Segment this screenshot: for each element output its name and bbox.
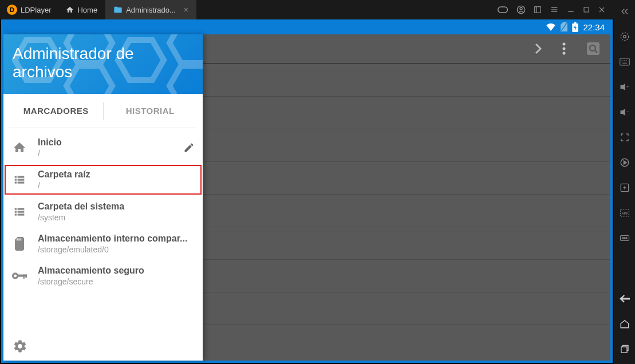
- svg-rect-27: [18, 208, 25, 209]
- titlebar: D LDPlayer Home Administrado... ×: [0, 0, 614, 19]
- svg-rect-24: [15, 181, 17, 183]
- svg-text:−: −: [626, 109, 629, 114]
- svg-rect-13: [574, 22, 577, 23]
- svg-point-47: [623, 35, 626, 38]
- svg-rect-34: [21, 238, 22, 240]
- svg-marker-55: [620, 109, 625, 116]
- file-row[interactable]: [203, 195, 610, 227]
- svg-rect-3: [535, 7, 541, 13]
- bookmark-path: /: [38, 149, 173, 158]
- svg-rect-29: [18, 211, 25, 212]
- tab-file-manager-label: Administrado...: [126, 6, 176, 14]
- bookmark-title: Inicio: [38, 137, 173, 148]
- apk-icon[interactable]: APK: [618, 206, 632, 220]
- sync-icon[interactable]: [618, 156, 632, 169]
- more-dots-icon[interactable]: [618, 231, 632, 245]
- file-rows: [203, 64, 610, 325]
- app-toolbar: [203, 34, 610, 63]
- bookmark-path: /: [38, 181, 195, 190]
- bookmark-path: /system: [38, 213, 195, 222]
- svg-point-46: [621, 33, 629, 41]
- recents-icon[interactable]: [618, 342, 632, 356]
- titlebar-controls: [497, 5, 614, 14]
- home-nav-icon[interactable]: [618, 317, 632, 331]
- svg-point-66: [624, 238, 625, 239]
- svg-rect-32: [17, 238, 18, 240]
- svg-point-67: [625, 238, 626, 239]
- more-icon[interactable]: [562, 42, 566, 55]
- app-area: Administrador de archivos MARCADORES HIS…: [3, 34, 610, 361]
- bookmark-system[interactable]: Carpeta del sistema /system: [3, 196, 203, 228]
- sdcard-icon: [11, 236, 27, 252]
- svg-rect-23: [18, 179, 25, 180]
- tab-home[interactable]: Home: [58, 0, 105, 19]
- ldplayer-sidebar: + − APK: [614, 0, 635, 364]
- expand-icon[interactable]: [534, 6, 542, 14]
- settings-icon[interactable]: [13, 339, 194, 354]
- svg-rect-8: [584, 7, 589, 12]
- svg-point-41: [563, 48, 566, 50]
- bookmark-internal-storage[interactable]: Almacenamiento interno compar... /storag…: [3, 228, 203, 260]
- bookmark-path: /storage/emulated/0: [38, 245, 195, 254]
- bookmark-title: Carpeta raíz: [38, 169, 195, 180]
- svg-rect-25: [18, 181, 25, 183]
- svg-rect-43: [587, 42, 599, 55]
- svg-rect-68: [621, 347, 627, 353]
- maximize-button[interactable]: [583, 6, 590, 13]
- file-row[interactable]: [203, 64, 610, 97]
- wifi-icon: [546, 23, 556, 31]
- file-row[interactable]: [203, 162, 610, 195]
- volume-down-icon[interactable]: −: [618, 105, 632, 119]
- svg-point-2: [520, 7, 522, 10]
- ldplayer-logo[interactable]: D LDPlayer: [0, 0, 58, 19]
- svg-rect-39: [26, 275, 27, 278]
- search-icon[interactable]: [586, 42, 600, 56]
- add-window-icon[interactable]: [618, 181, 632, 195]
- svg-point-42: [563, 52, 566, 55]
- home-icon: [11, 140, 27, 156]
- navigation-drawer: Administrador de archivos MARCADORES HIS…: [3, 34, 203, 361]
- home-icon: [66, 6, 74, 14]
- file-row[interactable]: [203, 97, 610, 129]
- key-icon: [11, 268, 27, 284]
- svg-rect-20: [15, 176, 17, 177]
- sim-icon: [561, 22, 567, 31]
- svg-rect-33: [18, 238, 19, 240]
- file-row[interactable]: [203, 129, 610, 162]
- svg-rect-30: [15, 213, 17, 215]
- menu-icon[interactable]: [550, 6, 559, 14]
- minimize-button[interactable]: [567, 6, 575, 14]
- list-icon: [11, 172, 27, 188]
- svg-text:+: +: [626, 84, 629, 90]
- svg-rect-21: [18, 176, 25, 177]
- bookmark-home[interactable]: Inicio /: [3, 132, 203, 164]
- list-icon: [11, 204, 27, 220]
- file-row[interactable]: [203, 227, 610, 260]
- keyboard-icon[interactable]: [618, 55, 632, 69]
- folder-icon: [113, 5, 123, 14]
- file-row[interactable]: [203, 292, 610, 325]
- tab-history[interactable]: HISTORIAL: [104, 106, 198, 116]
- svg-rect-0: [498, 7, 508, 13]
- svg-rect-31: [18, 213, 25, 215]
- drawer-header: Administrador de archivos: [3, 34, 203, 94]
- back-icon[interactable]: [618, 292, 632, 306]
- bookmark-secure-storage[interactable]: Almacenamiento seguro /storage/secure: [3, 260, 203, 292]
- chevron-right-icon[interactable]: [535, 43, 542, 54]
- tab-file-manager[interactable]: Administrado... ×: [105, 0, 196, 19]
- user-icon[interactable]: [516, 5, 526, 14]
- bookmarks-list: Inicio / Carpeta raíz /: [3, 128, 203, 332]
- bookmark-root[interactable]: Carpeta raíz /: [3, 164, 203, 196]
- fullscreen-icon[interactable]: [618, 130, 632, 144]
- gamepad-icon[interactable]: [497, 6, 508, 14]
- tab-bookmarks[interactable]: MARCADORES: [9, 106, 103, 116]
- settings-target-icon[interactable]: [618, 30, 632, 43]
- file-row[interactable]: [203, 260, 610, 292]
- edit-icon[interactable]: [183, 142, 195, 153]
- svg-point-65: [622, 238, 623, 239]
- close-button[interactable]: [598, 6, 606, 14]
- collapse-icon[interactable]: [618, 5, 632, 18]
- volume-up-icon[interactable]: +: [618, 80, 632, 94]
- tab-close-icon[interactable]: ×: [184, 5, 188, 14]
- svg-marker-53: [620, 84, 625, 90]
